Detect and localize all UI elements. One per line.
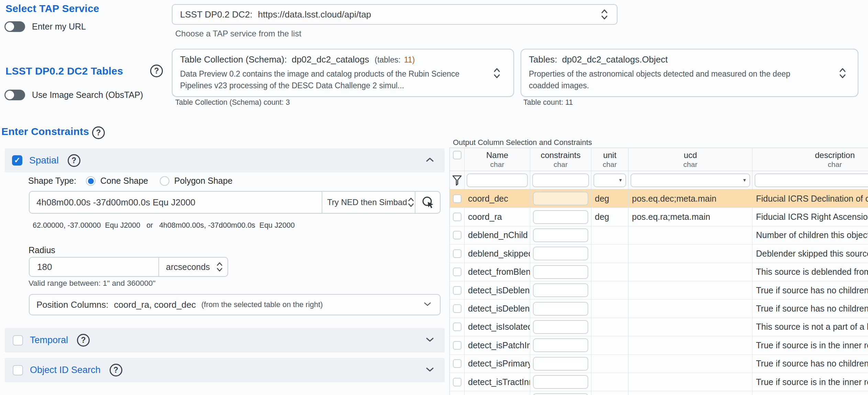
tap-service-select[interactable]: LSST DP0.2 DC2: https://data.lsst.cloud/… xyxy=(172,4,617,25)
cell-constraint xyxy=(530,300,591,317)
cell-constraint xyxy=(530,336,591,354)
cell-constraint xyxy=(530,391,591,395)
column-header-label: ucd xyxy=(684,150,697,160)
row-checkbox[interactable] xyxy=(453,359,461,368)
column-header-label: Name xyxy=(486,150,508,160)
column-table-header: Namecharconstraintscharunitcharucdcharde… xyxy=(450,148,868,171)
locate-icon xyxy=(421,195,435,210)
table-row[interactable]: detect_fromBlendThis source is deblended… xyxy=(450,263,868,281)
table-select[interactable]: Tables: dp02_dc2_catalogs.Object Propert… xyxy=(521,49,858,97)
filter-input-constraints[interactable] xyxy=(532,173,589,187)
spatial-section-header[interactable]: ✓ Spatial ? xyxy=(5,148,445,172)
row-checkbox[interactable] xyxy=(453,231,461,239)
row-checkbox[interactable] xyxy=(453,378,461,386)
constraint-input[interactable] xyxy=(533,302,588,316)
cell-name: deblend_nChild xyxy=(465,226,530,244)
radius-unit-value: arcseconds xyxy=(159,262,210,272)
polygon-shape-radio[interactable] xyxy=(160,176,169,186)
row-checkbox[interactable] xyxy=(453,249,461,258)
object-id-help-icon[interactable]: ? xyxy=(110,364,122,376)
radius-label: Radius xyxy=(29,245,55,255)
constraint-input[interactable] xyxy=(533,283,588,297)
coordinates-input[interactable]: 4h08m00.00s -37d00m00.0s Equ J2000 xyxy=(30,192,322,213)
table-row[interactable]: deblend_skippedDeblender skipped this so… xyxy=(450,245,868,263)
table-row[interactable]: detect_isIsolatedThis source is not a pa… xyxy=(450,318,868,336)
constraint-input[interactable] xyxy=(533,375,588,389)
select-all-checkbox-cell xyxy=(450,148,465,171)
table-row[interactable]: detect_isPrimaryTrue if source has no ch… xyxy=(450,355,868,373)
cell-constraint xyxy=(530,373,591,391)
column-description: True if source has no children and xyxy=(753,359,868,369)
constraints-help-icon[interactable]: ? xyxy=(92,126,105,139)
object-id-checkbox[interactable] xyxy=(13,365,23,375)
row-checkbox[interactable] xyxy=(453,213,461,221)
constraint-input[interactable] xyxy=(533,228,588,242)
row-checkbox[interactable] xyxy=(453,341,461,350)
constraint-input[interactable] xyxy=(533,265,588,279)
table-row[interactable]: coord_radegpos.eq.ra;meta.mainFiducial I… xyxy=(450,208,868,226)
spatial-checkbox[interactable]: ✓ xyxy=(12,155,22,166)
select-all-checkbox[interactable] xyxy=(453,151,461,159)
enter-my-url-toggle[interactable] xyxy=(4,21,25,32)
temporal-checkbox[interactable] xyxy=(13,335,23,346)
row-checkbox[interactable] xyxy=(453,304,461,313)
constraint-input[interactable] xyxy=(533,357,588,371)
column-header-constraints[interactable]: constraintschar xyxy=(530,148,591,171)
table-row[interactable]: detect_isDeblendedTrue if source has no … xyxy=(450,300,868,318)
table-row[interactable]: detect_isTractInnerTrue if source is in … xyxy=(450,373,868,391)
chevron-down-icon[interactable] xyxy=(425,367,434,374)
row-checkbox[interactable] xyxy=(453,286,461,295)
cell-name: detect_isDeblended xyxy=(465,300,530,317)
column-name: detect_isPatchInner xyxy=(465,340,530,350)
row-checkbox[interactable] xyxy=(453,323,461,331)
constraint-input[interactable] xyxy=(533,320,588,334)
cell-description: Fiducial ICRS Right Ascension of ce xyxy=(753,208,868,226)
updown-spinner-icon xyxy=(216,261,223,273)
column-description: True if source is in the inner region xyxy=(753,377,868,387)
table-row[interactable]: footprintAreapixelNumber of pixels in th… xyxy=(450,391,868,395)
spatial-help-icon[interactable]: ? xyxy=(68,154,80,167)
radius-value: 180 xyxy=(30,262,52,272)
filter-funnel-cell xyxy=(450,171,465,189)
filter-select-unit[interactable]: ▼ xyxy=(593,173,626,187)
column-header-type: char xyxy=(683,160,698,169)
cell-description: Number of children this object has xyxy=(753,226,868,244)
filter-input-name[interactable] xyxy=(467,173,528,187)
table-row[interactable]: detect_isDeblendedTrue if source has no … xyxy=(450,281,868,300)
column-header-unit[interactable]: unitchar xyxy=(591,148,628,171)
filter-select-ucd[interactable]: ▼ xyxy=(631,173,750,187)
filter-input-description[interactable] xyxy=(755,173,868,187)
row-checkbox-cell xyxy=(450,300,465,317)
dropdown-arrow-icon: ▼ xyxy=(742,178,747,183)
schema-select[interactable]: Table Collection (Schema): dp02_dc2_cata… xyxy=(172,49,514,97)
constraint-input[interactable] xyxy=(533,210,588,224)
constraint-input[interactable] xyxy=(533,393,588,395)
table-row[interactable]: deblend_nChildNumber of children this ob… xyxy=(450,226,868,245)
column-header-description[interactable]: descriptionchar xyxy=(753,148,868,171)
table-row[interactable]: coord_decdegpos.eq.dec;meta.mainFiducial… xyxy=(450,190,868,208)
object-id-section-header[interactable]: Object ID Search ? xyxy=(5,358,445,382)
constraint-input[interactable] xyxy=(533,338,588,352)
obstap-toggle[interactable] xyxy=(4,90,25,100)
locate-button[interactable] xyxy=(415,192,440,213)
tables-help-icon[interactable]: ? xyxy=(150,65,163,77)
column-unit: deg xyxy=(591,194,609,204)
chevron-down-icon[interactable] xyxy=(425,337,434,344)
temporal-section-header[interactable]: Temporal ? xyxy=(5,328,445,352)
position-columns-select[interactable]: Position Columns: coord_ra, coord_dec (f… xyxy=(29,294,441,315)
row-checkbox[interactable] xyxy=(453,268,461,276)
radius-input[interactable]: 180 xyxy=(30,258,158,276)
radius-unit-select[interactable]: arcseconds xyxy=(158,258,227,276)
resolver-select[interactable]: Try NED then Simbad xyxy=(322,192,415,213)
chevron-up-icon[interactable] xyxy=(425,157,434,164)
constraint-input[interactable] xyxy=(533,247,588,260)
table-row[interactable]: detect_isPatchInnerTrue if source is in … xyxy=(450,336,868,354)
constraint-input[interactable] xyxy=(533,192,588,205)
column-name: coord_dec xyxy=(465,194,508,204)
temporal-help-icon[interactable]: ? xyxy=(77,334,90,347)
filter-funnel-icon xyxy=(452,175,462,186)
column-header-ucd[interactable]: ucdchar xyxy=(628,148,753,171)
column-header-name[interactable]: Namechar xyxy=(465,148,530,171)
row-checkbox[interactable] xyxy=(453,194,461,203)
cone-shape-radio[interactable] xyxy=(86,176,96,186)
